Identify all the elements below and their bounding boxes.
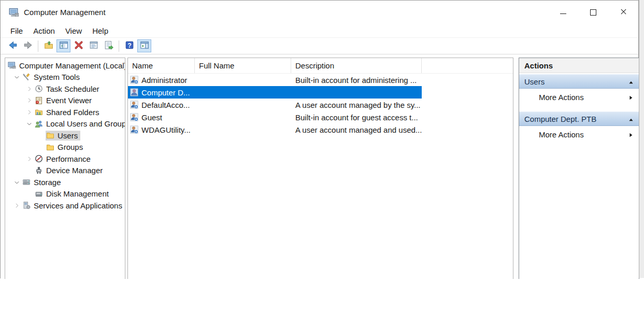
chevron-collapsed-icon[interactable]	[24, 96, 34, 105]
column-header-description[interactable]: Description	[291, 58, 422, 73]
back-arrow-icon	[8, 40, 18, 52]
user-disabled-icon	[130, 101, 139, 109]
user-description-cell: Built-in account for guest access t...	[291, 113, 422, 122]
tree-item-services-and-applications[interactable]: Services and Applications	[5, 200, 125, 212]
column-header-name[interactable]: Name	[128, 58, 195, 73]
menu-view[interactable]: View	[60, 25, 87, 36]
tree-item-groups[interactable]: Groups	[5, 142, 125, 153]
chevron-collapsed-icon[interactable]	[11, 201, 22, 209]
tree-item-label: Services and Applications	[34, 201, 122, 210]
tree-item-content: Computer Management (Local)	[7, 61, 125, 71]
tree-item-content: Users	[46, 131, 80, 141]
title-bar: Computer Management	[1, 1, 638, 24]
tree-item-device-manager[interactable]: Device Manager	[5, 165, 125, 177]
tree-item-storage[interactable]: Storage	[5, 176, 125, 188]
tree-item-shared-folders[interactable]: Shared Folders	[5, 106, 125, 118]
chevron-expanded-icon[interactable]	[24, 120, 34, 128]
disk-management-icon	[35, 190, 44, 198]
minimize-button[interactable]	[548, 1, 578, 24]
menu-help[interactable]: Help	[87, 25, 113, 36]
back-button[interactable]	[6, 39, 20, 52]
help-icon: ?	[125, 40, 134, 52]
collapse-arrow-icon	[628, 78, 634, 85]
chevron-spacer	[35, 143, 46, 151]
show-console-tree-button[interactable]	[56, 39, 70, 52]
user-name: WDAGUtility...	[141, 125, 191, 134]
tree-item-label: Disk Management	[46, 189, 109, 198]
folder-icon	[46, 131, 55, 139]
actions-pane-title: Actions	[519, 58, 639, 73]
actions-section-computer-dept-ptb: Computer Dept. PTBMore Actions	[519, 111, 639, 142]
chevron-collapsed-icon[interactable]	[24, 155, 34, 163]
console-tree-icon	[59, 40, 68, 52]
chevron-expanded-icon[interactable]	[11, 73, 22, 81]
tree-item-label: Users	[58, 131, 78, 140]
up-one-level-button[interactable]	[41, 39, 55, 52]
computer-icon	[8, 61, 17, 69]
background-strip	[639, 0, 644, 278]
tree-item-users[interactable]: Users	[5, 130, 125, 142]
shared-folders-icon	[35, 108, 44, 116]
column-header-full-name[interactable]: Full Name	[195, 58, 291, 73]
chevron-expanded-icon[interactable]	[11, 178, 22, 186]
close-button[interactable]	[608, 1, 638, 24]
actions-pane: Actions UsersMore ActionsComputer Dept. …	[519, 58, 639, 279]
chevron-collapsed-icon[interactable]	[24, 108, 34, 116]
tree-item-task-scheduler[interactable]: Task Scheduler	[5, 83, 125, 95]
maximize-icon	[590, 9, 596, 16]
user-name-cell: WDAGUtility...	[128, 125, 195, 134]
collapse-arrow-icon	[628, 116, 634, 122]
chevron-collapsed-icon[interactable]	[24, 85, 34, 93]
user-row-defaultacco[interactable]: DefaultAcco...A user account managed by …	[128, 99, 422, 111]
tree-item-local-users-and-groups[interactable]: Local Users and Groups	[5, 118, 125, 130]
user-description-cell: A user account managed and used...	[291, 125, 422, 134]
storage-icon	[22, 178, 31, 186]
tree-item-disk-management[interactable]: Disk Management	[5, 188, 125, 200]
tree-item-event-viewer[interactable]: Event Viewer	[5, 95, 125, 107]
tree-item-content: Storage	[22, 177, 64, 187]
properties-button[interactable]	[87, 39, 101, 52]
menu-bar: FileActionViewHelp	[1, 24, 638, 38]
tree-item-label: System Tools	[34, 73, 80, 81]
computer-management-window: Computer Management FileActionViewHelp ?…	[0, 0, 639, 278]
chevron-spacer	[24, 190, 34, 198]
list-column-headers: NameFull NameDescription	[128, 58, 513, 74]
chevron-spacer	[35, 131, 46, 139]
tree-item-performance[interactable]: Performance	[5, 153, 125, 165]
user-row-wdagutility[interactable]: WDAGUtility...A user account managed and…	[128, 123, 422, 136]
tree-item-content: Groups	[46, 142, 85, 152]
help-button[interactable]: ?	[122, 39, 136, 52]
user-disabled-icon	[130, 76, 139, 84]
delete-button[interactable]	[71, 39, 85, 52]
actions-section-header-computer-dept-ptb[interactable]: Computer Dept. PTB	[519, 111, 639, 126]
actions-section-title: Computer Dept. PTB	[524, 115, 596, 123]
tree-item-system-tools[interactable]: System Tools	[5, 72, 125, 83]
menu-file[interactable]: File	[5, 25, 28, 36]
forward-button[interactable]	[21, 39, 35, 52]
export-list-button[interactable]	[102, 39, 116, 52]
chevron-spacer	[24, 166, 34, 175]
actions-section-header-users[interactable]: Users	[519, 74, 639, 89]
performance-icon	[35, 155, 44, 163]
menu-action[interactable]: Action	[28, 25, 60, 36]
device-manager-icon	[35, 166, 44, 175]
user-row-guest[interactable]: GuestBuilt-in account for guest access t…	[128, 111, 422, 123]
show-action-pane-button[interactable]	[137, 39, 151, 52]
tree-item-computer-management-local[interactable]: Computer Management (Local)	[5, 60, 125, 72]
actions-sections: UsersMore ActionsComputer Dept. PTBMore …	[519, 74, 639, 142]
action-item-more-actions[interactable]: More Actions	[519, 128, 639, 142]
user-row-administrator[interactable]: AdministratorBuilt-in account for admini…	[128, 74, 422, 86]
tree-item-label: Shared Folders	[46, 108, 99, 117]
minimize-icon	[560, 13, 566, 14]
submenu-arrow-icon	[628, 131, 634, 138]
user-name: Administrator	[141, 76, 187, 85]
toolbar-separator	[119, 40, 119, 52]
forward-arrow-icon	[23, 40, 33, 52]
action-item-more-actions[interactable]: More Actions	[519, 90, 639, 104]
user-row-computer-d[interactable]: Computer D...	[128, 86, 422, 99]
maximize-button[interactable]	[578, 1, 608, 24]
tree-item-content: Shared Folders	[34, 107, 102, 117]
close-icon	[620, 8, 627, 17]
user-description-cell: Built-in account for administering ...	[291, 76, 422, 85]
window-controls	[548, 1, 638, 24]
